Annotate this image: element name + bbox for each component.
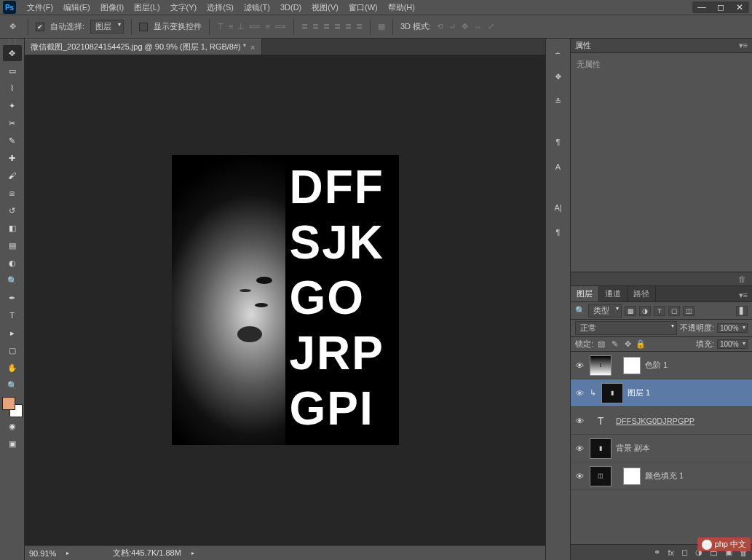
crop-tool[interactable]: ✂ — [3, 115, 22, 131]
visibility-icon[interactable]: 👁 — [574, 417, 585, 425]
layer-name[interactable]: 颜色填充 1 — [645, 470, 749, 481]
add-mask-icon[interactable]: ◻ — [681, 548, 688, 557]
lock-transparency-icon[interactable]: ▨ — [596, 339, 606, 350]
panel-menu-icon[interactable]: ▾≡ — [739, 41, 748, 50]
auto-align-icon[interactable]: ▦ — [378, 22, 385, 31]
menu-view[interactable]: 视图(V) — [306, 1, 344, 15]
quickmask-tool[interactable]: ◉ — [3, 418, 22, 434]
type-tool[interactable]: T — [3, 307, 22, 323]
character-panel-icon[interactable]: A — [550, 158, 567, 176]
foreground-swatch[interactable] — [2, 397, 15, 410]
glyphs-panel-icon[interactable]: A| — [550, 199, 567, 216]
tab-layers[interactable]: 图层 — [571, 286, 599, 301]
layer-row[interactable]: 👁 ⫿ 色阶 1 — [571, 352, 752, 379]
document-tab[interactable]: 微信截图_20210824154425.jpg @ 90.9% (图层 1, R… — [25, 39, 262, 55]
mask-thumb[interactable] — [623, 357, 641, 374]
screenmode-tool[interactable]: ▣ — [3, 435, 22, 451]
align-hcenter-icon[interactable]: ≡ — [265, 22, 269, 31]
filter-adjust-icon[interactable]: ◑ — [639, 306, 651, 316]
window-minimize[interactable]: — — [692, 1, 711, 13]
link-layers-icon[interactable]: ⚭ — [654, 548, 660, 557]
lock-all-icon[interactable]: 🔒 — [636, 339, 646, 350]
3d-roll-icon[interactable]: ⤾ — [449, 22, 456, 31]
gradient-tool[interactable]: ▤ — [3, 237, 22, 253]
visibility-icon[interactable]: 👁 — [574, 444, 585, 453]
align-left-icon[interactable]: ⟸ — [249, 22, 261, 31]
menu-file[interactable]: 文件(F) — [22, 1, 58, 15]
layer-row[interactable]: 👁 ▮ 背景 副本 — [571, 435, 752, 462]
distribute-top-icon[interactable]: ≣ — [301, 22, 308, 31]
lasso-tool[interactable]: ⌇ — [3, 80, 22, 96]
hand-tool[interactable]: ✋ — [3, 360, 22, 376]
dodge-tool[interactable]: 🔍 — [3, 272, 22, 288]
distribute-left-icon[interactable]: ≣ — [334, 22, 341, 31]
lock-pixels-icon[interactable]: ✎ — [609, 339, 620, 350]
panel-grip-icon[interactable]: ⋮⋮ — [0, 40, 24, 44]
panel-menu-icon[interactable]: ▾≡ — [735, 289, 752, 301]
align-top-icon[interactable]: ⊤ — [217, 22, 224, 31]
align-right-icon[interactable]: ⟹ — [274, 22, 286, 31]
healing-tool[interactable]: ✚ — [3, 150, 22, 166]
brush-tool[interactable]: 🖌 — [3, 167, 22, 184]
blur-tool[interactable]: ◐ — [3, 255, 22, 271]
pen-tool[interactable]: ✒ — [3, 290, 22, 306]
layer-filter-kind[interactable]: 类型 — [588, 304, 622, 318]
layer-row[interactable]: 👁 ↳ ▮ 图层 1 — [571, 379, 752, 407]
auto-select-dropdown[interactable]: 图层 — [90, 20, 124, 33]
layer-name[interactable]: 背景 副本 — [616, 443, 749, 454]
menu-filter[interactable]: 滤镜(T) — [239, 1, 275, 15]
mask-thumb[interactable] — [623, 468, 641, 485]
quick-select-tool[interactable]: ✦ — [3, 98, 22, 114]
3d-pan-icon[interactable]: ✥ — [462, 22, 468, 31]
filter-shape-icon[interactable]: ▢ — [668, 306, 680, 316]
histogram-panel-icon[interactable]: ⫠ — [550, 43, 567, 60]
adjustments-panel-icon[interactable]: ≛ — [550, 92, 567, 110]
filter-toggle[interactable]: ▋ — [736, 306, 748, 316]
styles-panel-icon[interactable]: ¶ — [550, 224, 567, 241]
lock-position-icon[interactable]: ✥ — [622, 339, 633, 350]
3d-orbit-icon[interactable]: ⟲ — [437, 22, 443, 31]
auto-select-checkbox[interactable]: ✔ — [36, 23, 44, 31]
3d-slide-icon[interactable]: ↔ — [474, 23, 482, 31]
menu-edit[interactable]: 编辑(E) — [58, 1, 95, 15]
menu-window[interactable]: 窗口(W) — [344, 1, 383, 15]
path-select-tool[interactable]: ▸ — [3, 325, 22, 341]
paragraph-panel-icon[interactable]: ¶ — [550, 133, 567, 151]
tab-paths[interactable]: 路径 — [628, 286, 656, 301]
layer-name[interactable]: 图层 1 — [628, 387, 749, 398]
zoom-readout[interactable]: 90.91% — [29, 549, 56, 558]
trash-icon[interactable]: 🗑 — [738, 275, 746, 283]
zoom-tool[interactable]: 🔍 — [3, 377, 22, 393]
properties-tab[interactable]: 属性 — [575, 40, 591, 51]
docinfo-readout[interactable]: 文档:445.7K/1.88M — [113, 548, 181, 559]
show-transform-checkbox[interactable] — [139, 23, 148, 31]
eraser-tool[interactable]: ◧ — [3, 220, 22, 236]
distribute-h-icon[interactable]: ≣ — [345, 22, 352, 31]
visibility-icon[interactable]: 👁 — [574, 389, 585, 398]
shape-tool[interactable]: ▢ — [3, 342, 22, 358]
distribute-v-icon[interactable]: ≣ — [312, 22, 319, 31]
layer-name[interactable]: 色阶 1 — [645, 360, 749, 371]
fill-field[interactable]: 100% — [717, 339, 748, 349]
visibility-icon[interactable]: 👁 — [574, 361, 585, 370]
menu-select[interactable]: 选择(S) — [202, 1, 239, 15]
filter-pixel-icon[interactable]: ▩ — [625, 306, 636, 316]
opacity-field[interactable]: 100% — [717, 323, 748, 333]
filter-type-icon[interactable]: T — [654, 306, 665, 316]
color-swatches[interactable] — [2, 397, 23, 417]
color-panel-icon[interactable]: ❖ — [550, 68, 567, 85]
properties-panel-header[interactable]: 属性 ▾≡ — [571, 39, 752, 53]
layer-name[interactable]: DFFSJKG0DJRPGPP — [616, 417, 749, 425]
search-icon[interactable]: 🔍 — [575, 306, 585, 315]
filter-smart-icon[interactable]: ◫ — [683, 306, 694, 316]
menu-3d[interactable]: 3D(D) — [275, 1, 306, 13]
history-brush-tool[interactable]: ↺ — [3, 202, 22, 218]
visibility-icon[interactable]: 👁 — [574, 472, 585, 481]
align-bottom-icon[interactable]: ⊥ — [237, 22, 245, 31]
3d-scale-icon[interactable]: ⤢ — [488, 22, 494, 31]
tab-channels[interactable]: 通道 — [599, 286, 628, 301]
distribute-bottom-icon[interactable]: ≣ — [323, 22, 330, 31]
menu-type[interactable]: 文字(Y) — [165, 1, 202, 15]
close-icon[interactable]: × — [250, 43, 255, 52]
marquee-tool[interactable]: ▭ — [3, 63, 22, 79]
